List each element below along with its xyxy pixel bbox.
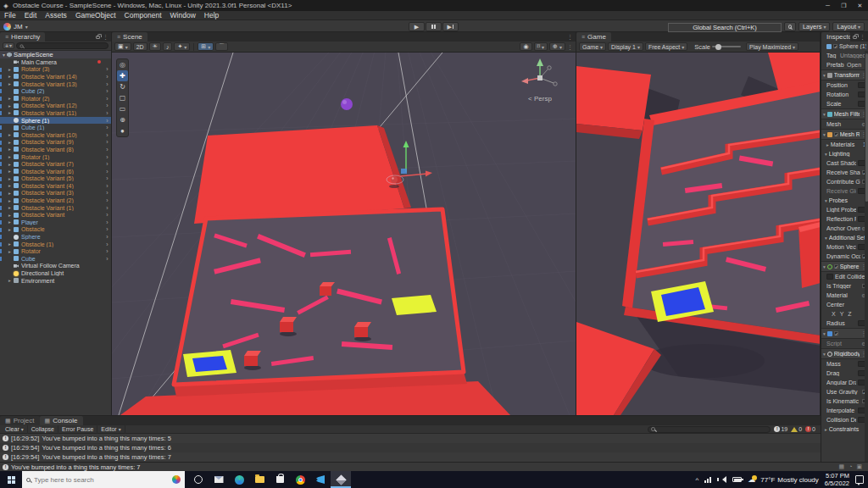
center-row[interactable]: Center: [821, 300, 868, 309]
hierarchy-item-main-camera[interactable]: Main Camera: [0, 58, 111, 66]
taskbar-clock[interactable]: 5:07 PM 6/5/2022: [825, 472, 849, 487]
open-prefab-icon[interactable]: ›: [103, 139, 111, 145]
tag-row[interactable]: Tag Untagged: [821, 51, 868, 60]
open-prefab-icon[interactable]: ›: [103, 132, 111, 138]
open-prefab-icon[interactable]: ›: [103, 125, 111, 130]
error-pause-button[interactable]: Error Pause: [58, 425, 97, 434]
scene-render[interactable]: < Persp: [112, 53, 576, 415]
hierarchy-item[interactable]: ▸Obstacle Variant (6)›: [0, 168, 111, 175]
edit-collider-button[interactable]: [826, 274, 833, 280]
rotate-tool[interactable]: ↻: [117, 81, 128, 92]
hierarchy-item-player[interactable]: ▸Player›: [0, 219, 111, 226]
scale-tool[interactable]: ▢: [117, 92, 128, 103]
store-button[interactable]: [270, 471, 290, 488]
progress-icon[interactable]: ▦: [839, 463, 845, 470]
hierarchy-item-selected[interactable]: Sphere (1)›: [0, 117, 111, 125]
rigidbody-component-header[interactable]: ▾ Rigidbody⋮: [821, 348, 868, 359]
panel-menu-icon[interactable]: ⋮: [567, 32, 573, 42]
draw-mode-dropdown[interactable]: ▣▾: [114, 42, 131, 51]
editor-dropdown[interactable]: Editor▾: [97, 425, 125, 434]
scene-canvas[interactable]: ◎ ✚ ↻ ▢ ▭ ⊕ ●: [112, 53, 576, 415]
pause-button[interactable]: [426, 22, 442, 31]
tab-inspector[interactable]: Inspector: [821, 32, 850, 42]
lighting-toggle[interactable]: ☀: [149, 42, 161, 51]
open-prefab-icon[interactable]: ›: [103, 241, 111, 247]
edge-button[interactable]: [229, 471, 249, 488]
open-prefab-icon[interactable]: ›: [103, 212, 111, 218]
tab-scene[interactable]: ≡Scene: [112, 32, 147, 42]
minimize-button[interactable]: ─: [820, 0, 836, 11]
add-gameobject-button[interactable]: +▾: [3, 42, 14, 49]
hierarchy-item[interactable]: ▸Obstacle Variant (1)›: [0, 204, 111, 212]
menu-edit[interactable]: Edit: [20, 11, 42, 20]
collapse-button[interactable]: Collapse: [28, 425, 58, 434]
lock-icon[interactable]: [853, 36, 857, 39]
grid-dropdown[interactable]: ⊞▾: [198, 42, 214, 51]
open-prefab-icon[interactable]: ›: [103, 248, 111, 254]
panel-menu-icon[interactable]: ⋮: [860, 32, 865, 42]
battery-icon[interactable]: [732, 477, 742, 482]
log-entry[interactable]: ![16:29:54]You've bumped into a thing th…: [0, 452, 821, 462]
panel-menu-icon[interactable]: ⋮: [103, 32, 108, 42]
hierarchy-item[interactable]: ▸Obstacle Variant (10)›: [0, 131, 111, 139]
scene-visibility-toggle[interactable]: ◉: [520, 42, 531, 51]
clear-button[interactable]: Clear▾: [2, 425, 28, 434]
account-dropdown[interactable]: JM ▾: [3, 22, 28, 30]
close-button[interactable]: ✕: [852, 0, 868, 11]
receive-shadows-row[interactable]: Receive Shadows✓: [821, 168, 868, 177]
radius-row[interactable]: Radius: [821, 319, 868, 328]
hierarchy-item[interactable]: ▸Rotator (3)›: [0, 66, 111, 74]
scale-slider[interactable]: [712, 46, 741, 47]
scene-header-row[interactable]: ▾ SampleScene: [0, 51, 111, 58]
snap-toggle[interactable]: ⌒: [215, 42, 228, 51]
foldout-arrow-icon[interactable]: ▾: [3, 52, 5, 58]
open-prefab-icon[interactable]: ›: [103, 234, 111, 240]
action-center-icon[interactable]: [855, 475, 864, 484]
enabled-checkbox[interactable]: ✓: [834, 132, 838, 136]
active-checkbox[interactable]: ✓: [833, 44, 837, 48]
gizmos-dropdown[interactable]: ⊕▾: [549, 42, 565, 51]
hierarchy-item[interactable]: Sphere›: [0, 233, 111, 241]
center-xyz-row[interactable]: X Y Z: [821, 309, 868, 319]
hierarchy-item-virtual-camera[interactable]: Virtual Follow Camera: [0, 263, 111, 270]
tab-console[interactable]: ▦Console: [40, 416, 83, 425]
menu-component[interactable]: Component: [120, 11, 166, 20]
open-prefab-icon[interactable]: ›: [103, 88, 111, 94]
open-prefab-icon[interactable]: ›: [103, 256, 111, 262]
cortana-button[interactable]: [188, 471, 209, 488]
menu-help[interactable]: Help: [200, 11, 223, 20]
aspect-dropdown[interactable]: Free Aspect▾: [645, 42, 687, 51]
rotation-row[interactable]: Rotation: [821, 90, 868, 99]
hierarchy-item[interactable]: ▸Rotator (1)›: [0, 153, 111, 161]
open-prefab-icon[interactable]: ›: [103, 219, 111, 225]
open-prefab-icon[interactable]: ›: [103, 154, 111, 160]
lock-icon[interactable]: [96, 36, 100, 39]
hierarchy-search-input[interactable]: [16, 42, 108, 49]
hierarchy-item[interactable]: ▸Obstacle Variant›: [0, 211, 111, 219]
menu-window[interactable]: Window: [166, 11, 200, 20]
log-entry[interactable]: ![16:29:54]You've bumped into a thing th…: [0, 443, 821, 452]
edit-collider-row[interactable]: Edit Collider: [821, 272, 868, 281]
hierarchy-item[interactable]: ▸Obstacle Variant (14)›: [0, 73, 111, 80]
menu-gameobject[interactable]: GameObject: [71, 11, 120, 20]
use-gravity-row[interactable]: Use Gravity✓: [821, 387, 868, 396]
hierarchy-item[interactable]: ▸Obstacle (1)›: [0, 241, 111, 248]
activity-icon[interactable]: ◔: [849, 463, 852, 470]
constraints-foldout[interactable]: ▸Constraints: [821, 424, 868, 434]
hierarchy-item[interactable]: ▸Obstacle Variant (8)›: [0, 146, 111, 153]
tab-hierarchy[interactable]: ≡Hierarchy: [0, 32, 45, 42]
open-prefab-icon[interactable]: ›: [103, 175, 111, 181]
tab-project[interactable]: ▦Project: [0, 416, 40, 425]
reflection-probes-row[interactable]: Reflection Probes: [821, 214, 868, 224]
hierarchy-item[interactable]: ▸Rotator (2)›: [0, 95, 111, 103]
taskbar-search-input[interactable]: [34, 476, 144, 484]
hierarchy-item[interactable]: ▸Obstacle Variant (7)›: [0, 160, 111, 168]
hierarchy-item[interactable]: ▸Obstacle Variant (4)›: [0, 182, 111, 190]
open-prefab-icon[interactable]: ›: [103, 103, 111, 108]
light-probes-row[interactable]: Light Probes: [821, 205, 868, 214]
global-search-button[interactable]: [784, 22, 796, 31]
camera-settings-button[interactable]: ⌑▾: [534, 42, 548, 51]
purple-sphere[interactable]: [341, 98, 353, 110]
open-prefab-icon[interactable]: ›: [103, 147, 111, 152]
effects-dropdown[interactable]: ✦▾: [174, 42, 190, 51]
